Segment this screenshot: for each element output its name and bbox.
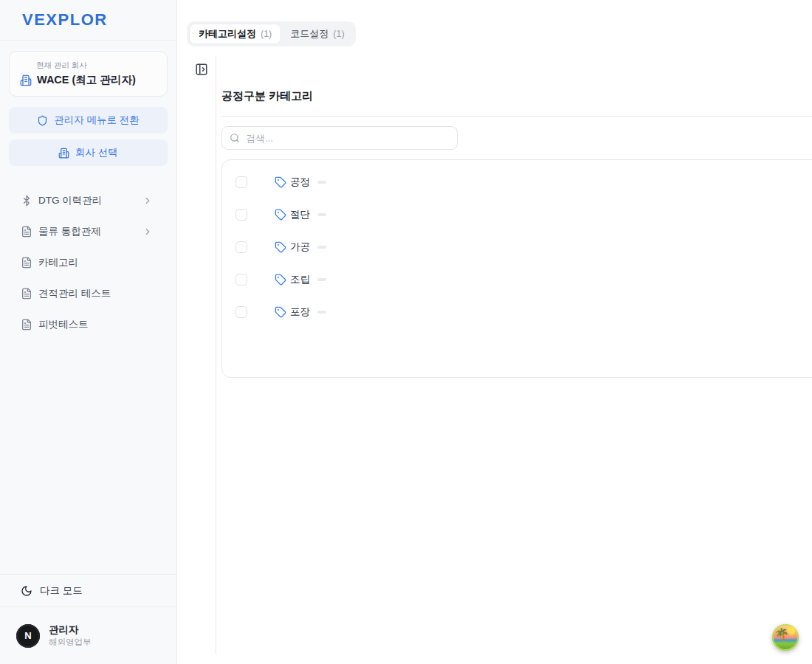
select-company-button[interactable]: 회사 선택 [9,139,168,166]
sidebar: VEXPLOR 현재 관리 회사 WACE (최고 관리자) 관리자 메뉴로 전… [0,0,177,664]
category-label: 조립 [290,273,310,286]
tag-icon [275,176,286,188]
settings-tabs: 카테고리설정 (1) 코드설정 (1) [187,21,356,46]
category-row: 절단 [222,198,812,231]
search-input[interactable] [246,133,450,144]
tab-count: (1) [333,29,344,39]
category-item[interactable]: 공정 [275,176,310,189]
vexplor-logo: VEXPLOR [22,10,108,30]
category-list-card: 공정 절단 가공 [221,159,812,378]
sun-icon [788,627,795,634]
row-dash [317,278,326,281]
bluetooth-icon [21,195,32,207]
sidebar-item-label: 물류 통합관제 [38,225,142,238]
category-checkbox[interactable] [235,176,247,188]
document-icon [21,257,32,269]
building-icon [20,75,32,86]
category-item[interactable]: 가공 [275,241,310,254]
sidebar-item-label: 카테고리 [38,256,165,269]
category-item[interactable]: 절단 [275,208,310,221]
category-row: 포장 [222,296,812,328]
user-name: 관리자 [49,623,92,637]
avatar: N [16,624,40,648]
tag-icon [275,209,286,221]
company-name: WACE (최고 관리자) [37,73,136,87]
sidebar-item-label: 견적관리 테스트 [38,287,165,300]
tab-code-settings[interactable]: 코드설정 (1) [281,24,353,44]
sidebar-item-estimate-test[interactable]: 견적관리 테스트 [0,278,176,309]
tab-count: (1) [261,29,272,39]
search-icon [230,133,240,143]
chevron-right-icon [142,196,153,206]
row-dash [317,311,326,314]
category-row: 공정 [222,166,812,198]
search-box [221,126,458,150]
category-label: 절단 [290,208,310,221]
tag-icon [275,274,286,286]
document-icon [21,226,32,238]
logo-area: VEXPLOR [0,0,176,41]
category-label: 가공 [290,241,310,254]
sidebar-item-pivot-test[interactable]: 피벗테스트 [0,309,176,340]
row-dash [317,246,326,249]
category-label: 포장 [290,305,310,319]
company-card-label: 현재 관리 회사 [36,60,156,71]
main-area: 카테고리설정 (1) 코드설정 (1) 공정구분 카테고리 공정 [177,0,812,664]
user-profile[interactable]: N 관리자 해외영업부 [0,606,176,664]
dark-mode-toggle[interactable]: 다크 모드 [0,574,176,606]
page-title: 공정구분 카테고리 [221,89,313,103]
sidebar-item-dtg-history[interactable]: DTG 이력관리 [0,185,176,216]
tab-label: 카테고리설정 [199,27,256,41]
panel-collapse-icon[interactable] [195,63,208,76]
dark-mode-label: 다크 모드 [40,584,83,598]
category-item[interactable]: 조립 [275,273,310,286]
sidebar-item-logistics-control[interactable]: 물류 통합관제 [0,216,176,247]
switch-admin-menu-label: 관리자 메뉴로 전환 [54,114,140,127]
document-icon [21,319,32,331]
building-icon [58,148,69,159]
tag-icon [275,241,286,253]
horizontal-divider [221,116,812,117]
category-row: 조립 [222,263,812,296]
select-company-label: 회사 선택 [75,146,118,159]
user-department: 해외영업부 [49,637,92,648]
tab-category-settings[interactable]: 카테고리설정 (1) [189,24,281,44]
category-row: 가공 [222,231,812,263]
category-item[interactable]: 포장 [275,305,310,319]
row-dash [317,213,326,216]
category-checkbox[interactable] [235,209,247,221]
sidebar-item-category[interactable]: 카테고리 [0,247,176,278]
palm-tree-icon: 🌴 [774,629,789,640]
switch-admin-menu-button[interactable]: 관리자 메뉴로 전환 [9,107,168,134]
island-widget-button[interactable]: 🌴 [772,624,799,651]
shield-icon [37,115,48,126]
category-label: 공정 [290,176,310,189]
category-checkbox[interactable] [235,241,247,253]
current-company-card: 현재 관리 회사 WACE (최고 관리자) [9,51,168,97]
tab-label: 코드설정 [290,27,328,41]
moon-icon [21,585,32,597]
sidebar-nav: DTG 이력관리 물류 통합관제 카테고리 견적관리 테스트 [0,185,176,340]
row-dash [317,181,326,184]
tag-icon [275,306,286,318]
vertical-divider [216,55,216,654]
sidebar-item-label: DTG 이력관리 [38,194,142,207]
document-icon [21,288,32,300]
category-checkbox[interactable] [235,274,247,286]
category-checkbox[interactable] [235,306,247,318]
chevron-right-icon [142,226,153,237]
sidebar-item-label: 피벗테스트 [38,318,165,331]
